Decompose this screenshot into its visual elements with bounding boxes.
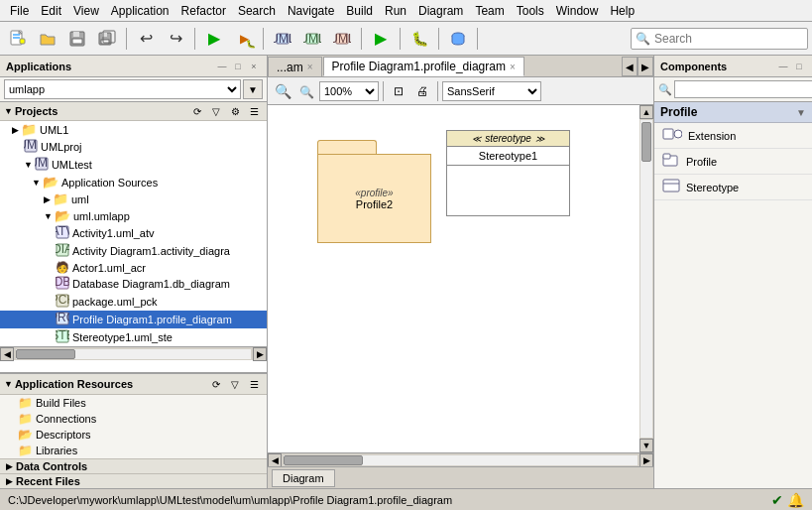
res-item-descriptors[interactable]: 📂 Descriptors bbox=[0, 427, 267, 443]
save-all-btn[interactable] bbox=[93, 26, 121, 52]
hscroll-right-btn[interactable]: ▶ bbox=[639, 453, 653, 467]
stereotype-box[interactable]: ≪ stereotype ≫ Stereotype1 bbox=[446, 130, 570, 216]
tree-item-uml1[interactable]: ▶ 📁 UML1 bbox=[0, 121, 267, 138]
tree-toolbar-refresh[interactable]: ⟳ bbox=[188, 103, 206, 119]
uml-btn3[interactable]: UML bbox=[328, 26, 356, 52]
new-btn[interactable] bbox=[4, 26, 32, 52]
tree-item-ste1[interactable]: STE Stereotype1.uml_ste bbox=[0, 328, 267, 346]
search-input[interactable] bbox=[654, 32, 803, 46]
tree-item-package[interactable]: PCK package.uml_pck bbox=[0, 293, 267, 311]
tree-item-umltest[interactable]: ▼ UML UMLtest bbox=[0, 156, 267, 174]
tree-item-profdiag1[interactable]: PRO Profile Diagram1.profile_diagram bbox=[0, 311, 267, 328]
run-btn[interactable]: ▶ bbox=[200, 26, 228, 52]
panel-close-btn[interactable]: × bbox=[247, 60, 261, 73]
db-btn[interactable] bbox=[444, 26, 472, 52]
menu-window[interactable]: Window bbox=[550, 2, 605, 20]
tab-nav-next[interactable]: ▶ bbox=[638, 57, 653, 76]
panel-minimize-btn[interactable]: — bbox=[215, 60, 229, 73]
vert-scroll[interactable]: ▲ ▼ bbox=[639, 105, 653, 452]
tree-item-umlumlapp[interactable]: ▼ 📂 uml.umlapp bbox=[0, 207, 267, 224]
save-btn[interactable] bbox=[63, 26, 91, 52]
res-label-desc: Descriptors bbox=[36, 429, 91, 441]
uml-btn2[interactable]: UML bbox=[298, 26, 326, 52]
right-panel-exp[interactable]: □ bbox=[792, 60, 806, 73]
res-item-datacontrols[interactable]: ▶ Data Controls bbox=[0, 458, 267, 473]
debug-btn[interactable]: ▶🐛 bbox=[230, 26, 258, 52]
tree-item-activity1[interactable]: ATV Activity1.uml_atv bbox=[0, 224, 267, 242]
menu-team[interactable]: Team bbox=[469, 2, 510, 20]
uml-btn1[interactable]: UML bbox=[269, 26, 296, 52]
zoom-select[interactable]: 100% 75% 50% 150% bbox=[319, 81, 379, 101]
comp-item-profile[interactable]: Profile bbox=[654, 149, 812, 175]
run-green-btn[interactable]: ▶ bbox=[367, 26, 395, 52]
diagram-toolbar: 🔍 🔍 100% 75% 50% 150% ⊡ 🖨 SansSerif bbox=[268, 77, 653, 105]
res-item-buildfiles[interactable]: 📁 Build Files bbox=[0, 395, 267, 411]
scroll-up-btn[interactable]: ▲ bbox=[639, 105, 653, 119]
tab-am-close[interactable]: × bbox=[307, 62, 313, 72]
res-item-libraries[interactable]: 📁 Libraries bbox=[0, 443, 267, 458]
menu-search[interactable]: Search bbox=[232, 2, 282, 20]
menu-edit[interactable]: Edit bbox=[35, 2, 67, 20]
diag-fit-btn[interactable]: ⊡ bbox=[388, 80, 409, 102]
svg-text:UML: UML bbox=[303, 32, 321, 46]
stereotype-header: ≪ stereotype ≫ bbox=[447, 131, 569, 147]
comp-category-expand[interactable]: ▼ bbox=[796, 107, 806, 118]
font-select[interactable]: SansSerif bbox=[442, 81, 541, 101]
menu-run[interactable]: Run bbox=[379, 2, 412, 20]
comp-item-extension[interactable]: Extension bbox=[654, 123, 812, 149]
menu-build[interactable]: Build bbox=[340, 2, 379, 20]
tree-item-dbdiag1[interactable]: DB Database Diagram1.db_diagram bbox=[0, 275, 267, 293]
hscroll-left-btn[interactable]: ◀ bbox=[268, 453, 282, 467]
tree-toolbar-menu[interactable]: ☰ bbox=[245, 103, 263, 119]
menu-help[interactable]: Help bbox=[604, 2, 640, 20]
redo-btn[interactable]: ↪ bbox=[162, 26, 189, 52]
right-panel-min[interactable]: — bbox=[776, 60, 790, 73]
panel-expand-btn[interactable]: □ bbox=[231, 60, 245, 73]
tree-item-uml[interactable]: ▶ 📁 uml bbox=[0, 191, 267, 207]
res-item-connections[interactable]: 📁 Connections bbox=[0, 411, 267, 427]
app-resources-header[interactable]: ▼ Application Resources ⟳ ▽ ☰ bbox=[0, 374, 267, 395]
scroll-left-btn[interactable]: ◀ bbox=[0, 347, 14, 361]
scroll-right-btn[interactable]: ▶ bbox=[253, 347, 267, 361]
zoom-out-btn[interactable]: 🔍 bbox=[295, 80, 317, 102]
tab-profile-diagram[interactable]: Profile Diagram1.profile_diagram × bbox=[323, 57, 524, 76]
tab-am[interactable]: ...am × bbox=[268, 57, 322, 76]
app-selector-btn[interactable]: ▼ bbox=[243, 79, 263, 99]
menu-tools[interactable]: Tools bbox=[511, 2, 550, 20]
res-toolbar-filter[interactable]: ▽ bbox=[226, 376, 244, 392]
undo-btn[interactable]: ↩ bbox=[132, 26, 160, 52]
menu-refactor[interactable]: Refactor bbox=[175, 2, 232, 20]
menu-diagram[interactable]: Diagram bbox=[412, 2, 469, 20]
app-selector: umlapp ▼ bbox=[0, 77, 267, 102]
comp-category-profile[interactable]: Profile ▼ bbox=[654, 102, 812, 123]
tree-item-actor1[interactable]: 🧑 Actor1.uml_acr bbox=[0, 260, 267, 275]
scroll-down-btn[interactable]: ▼ bbox=[639, 439, 653, 452]
horiz-scroll-diag[interactable]: ◀ ▶ bbox=[268, 452, 653, 466]
profile-folder[interactable]: «profile» Profile2 bbox=[317, 140, 431, 243]
diagram-tab-btn[interactable]: Diagram bbox=[272, 469, 335, 487]
tab-nav-prev[interactable]: ◀ bbox=[622, 57, 638, 76]
bug-btn[interactable]: 🐛 bbox=[406, 26, 433, 52]
right-search-input[interactable] bbox=[674, 80, 812, 98]
menu-view[interactable]: View bbox=[67, 2, 105, 20]
menu-navigate[interactable]: Navigate bbox=[282, 2, 340, 20]
diag-print-btn[interactable]: 🖨 bbox=[411, 80, 433, 102]
open-btn[interactable] bbox=[34, 26, 61, 52]
tab-profile-close[interactable]: × bbox=[510, 62, 516, 72]
res-toolbar-refresh[interactable]: ⟳ bbox=[207, 376, 225, 392]
dbdiag1-label: Database Diagram1.db_diagram bbox=[72, 278, 230, 290]
comp-item-stereotype[interactable]: Stereotype bbox=[654, 175, 812, 200]
tree-item-actdiag1[interactable]: DIA Activity Diagram1.activity_diagra bbox=[0, 242, 267, 260]
horiz-scroll[interactable]: ◀ ▶ bbox=[0, 346, 267, 360]
projects-section[interactable]: ▼ Projects ⟳ ▽ ⚙ ☰ bbox=[0, 102, 267, 121]
tree-toolbar-config[interactable]: ⚙ bbox=[226, 103, 244, 119]
zoom-in-btn[interactable]: 🔍 bbox=[272, 80, 293, 102]
menu-file[interactable]: File bbox=[4, 2, 35, 20]
res-item-recentfiles[interactable]: ▶ Recent Files bbox=[0, 473, 267, 488]
menu-application[interactable]: Application bbox=[105, 2, 175, 20]
app-select[interactable]: umlapp bbox=[4, 79, 241, 99]
tree-toolbar-filter[interactable]: ▽ bbox=[207, 103, 225, 119]
res-toolbar-menu[interactable]: ☰ bbox=[245, 376, 263, 392]
tree-item-appsources[interactable]: ▼ 📂 Application Sources bbox=[0, 174, 267, 191]
tree-item-umlproj[interactable]: UML UMLproj bbox=[0, 138, 267, 156]
